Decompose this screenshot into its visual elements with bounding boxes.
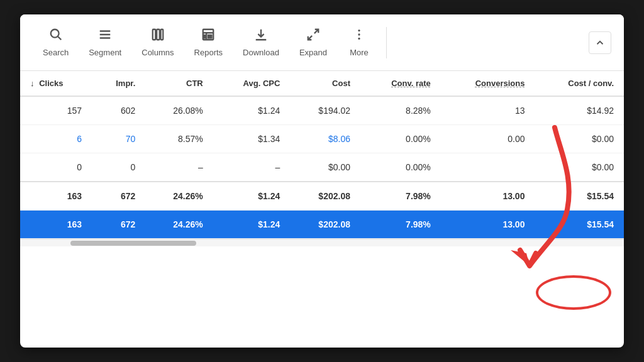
svg-point-17 — [358, 30, 360, 31]
svg-rect-11 — [208, 35, 212, 38]
cell-cost_conv: $0.00 — [535, 125, 624, 153]
svg-rect-6 — [157, 30, 160, 40]
cell-impr: 672 — [92, 211, 145, 239]
download-icon — [254, 28, 268, 44]
cell-conv_rate: 7.98% — [360, 211, 441, 239]
svg-point-19 — [358, 38, 360, 40]
search-label: Search — [43, 48, 69, 57]
cell-cost: $0.00 — [290, 153, 360, 182]
table-row: 15760226.08%$1.24$194.028.28%13$14.92 — [20, 96, 624, 125]
cell-conv_rate: 0.00% — [360, 125, 441, 153]
scrollbar-thumb[interactable] — [70, 241, 196, 246]
columns-label: Columns — [142, 48, 174, 57]
header-impr[interactable]: Impr. — [92, 71, 145, 96]
cell-conversions: 13.00 — [441, 211, 535, 239]
header-cost-conv[interactable]: Cost / conv. — [535, 71, 624, 96]
collapse-button[interactable] — [589, 31, 611, 54]
header-conversions[interactable]: Conversions — [441, 71, 535, 96]
search-button[interactable]: Search — [33, 23, 79, 62]
cell-cost_conv: $15.54 — [535, 211, 624, 239]
toolbar: Search Segment Columns — [20, 14, 624, 71]
cell-avg_cpc: $1.34 — [213, 125, 291, 153]
cell-avg_cpc: – — [213, 153, 291, 182]
search-icon — [49, 28, 63, 44]
table-row: 16367224.26%$1.24$202.087.98%13.00$15.54 — [20, 182, 624, 211]
cell-clicks: 6 — [20, 125, 92, 153]
cell-cost: $202.08 — [290, 182, 360, 211]
cell-conv_rate: 8.28% — [360, 96, 441, 125]
svg-rect-7 — [160, 30, 163, 40]
cell-ctr: 24.26% — [145, 182, 213, 211]
more-label: More — [350, 48, 369, 57]
cell-ctr: 8.57% — [145, 125, 213, 153]
reports-button[interactable]: Reports — [184, 23, 233, 62]
download-label: Download — [243, 48, 279, 57]
cell-conversions — [441, 153, 535, 182]
cell-conv_rate: 7.98% — [360, 182, 441, 211]
more-icon — [352, 28, 366, 44]
cell-clicks: 163 — [20, 182, 92, 211]
cell-impr: 672 — [92, 182, 145, 211]
data-table-container: ↓ Clicks Impr. CTR Avg. CPC Cost — [20, 71, 624, 239]
segment-icon — [98, 28, 112, 44]
cell-clicks: 0 — [20, 153, 92, 182]
cell-clicks: 163 — [20, 211, 92, 239]
svg-rect-12 — [204, 35, 206, 37]
cell-impr: 602 — [92, 96, 145, 125]
cell-conv_rate: 0.00% — [360, 153, 441, 182]
cell-ctr: 24.26% — [145, 211, 213, 239]
table-row: 6708.57%$1.34$8.060.00%0.00$0.00 — [20, 125, 624, 153]
cell-cost_conv: $0.00 — [535, 153, 624, 182]
more-button[interactable]: More — [337, 23, 381, 62]
cell-cost_conv: $15.54 — [535, 182, 624, 211]
columns-icon — [151, 28, 165, 44]
scrollbar[interactable] — [20, 239, 624, 246]
table-row: 00––$0.000.00%$0.00 — [20, 153, 624, 182]
cell-impr: 0 — [92, 153, 145, 182]
annotation-circle — [536, 275, 611, 310]
cell-avg_cpc: $1.24 — [213, 96, 291, 125]
header-ctr[interactable]: CTR — [145, 71, 213, 96]
expand-button[interactable]: Expand — [289, 23, 337, 62]
svg-point-0 — [50, 30, 58, 38]
table-row: 16367224.26%$1.24$202.087.98%13.00$15.54 — [20, 211, 624, 239]
header-conv-rate[interactable]: Conv. rate — [360, 71, 441, 96]
cell-ctr: – — [145, 153, 213, 182]
svg-point-18 — [358, 33, 360, 35]
cell-clicks: 157 — [20, 96, 92, 125]
expand-label: Expand — [299, 48, 327, 57]
sort-arrow-icon: ↓ — [30, 79, 35, 88]
svg-rect-5 — [153, 30, 156, 40]
reports-icon — [201, 28, 215, 44]
cell-conversions: 13 — [441, 96, 535, 125]
cell-avg_cpc: $1.24 — [213, 182, 291, 211]
cell-ctr: 26.08% — [145, 96, 213, 125]
header-clicks[interactable]: ↓ Clicks — [20, 71, 92, 96]
cell-cost: $202.08 — [290, 211, 360, 239]
segment-label: Segment — [89, 48, 121, 57]
segment-button[interactable]: Segment — [79, 23, 131, 62]
table-header-row: ↓ Clicks Impr. CTR Avg. CPC Cost — [20, 71, 624, 96]
columns-button[interactable]: Columns — [131, 23, 184, 62]
download-button[interactable]: Download — [233, 23, 289, 62]
svg-rect-13 — [204, 38, 206, 38]
expand-icon — [306, 28, 320, 44]
header-avg-cpc[interactable]: Avg. CPC — [213, 71, 291, 96]
cell-avg_cpc: $1.24 — [213, 211, 291, 239]
cell-cost_conv: $14.92 — [535, 96, 624, 125]
cell-conversions: 13.00 — [441, 182, 535, 211]
toolbar-divider — [386, 27, 387, 58]
main-window: Search Segment Columns — [20, 14, 624, 348]
cell-impr: 70 — [92, 125, 145, 153]
reports-label: Reports — [194, 48, 223, 57]
cell-cost: $194.02 — [290, 96, 360, 125]
header-cost[interactable]: Cost — [290, 71, 360, 96]
cell-conversions: 0.00 — [441, 125, 535, 153]
data-table: ↓ Clicks Impr. CTR Avg. CPC Cost — [20, 71, 624, 239]
svg-line-1 — [58, 36, 61, 40]
cell-cost: $8.06 — [290, 125, 360, 153]
